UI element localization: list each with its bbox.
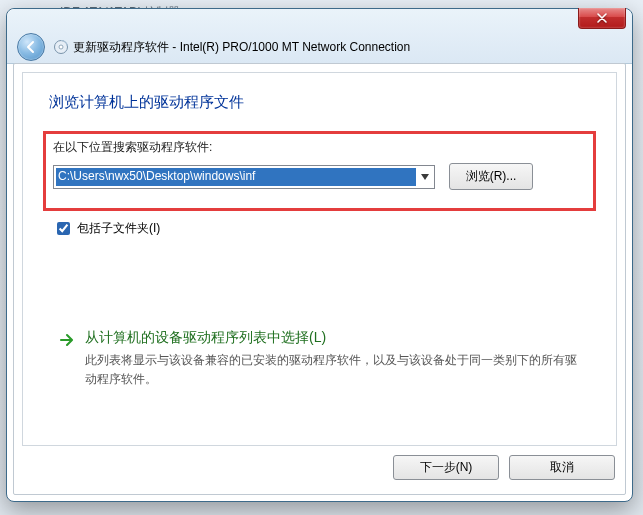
back-arrow-icon xyxy=(24,40,38,54)
window-close-button[interactable] xyxy=(578,8,626,29)
titlebar: 更新驱动程序软件 - Intel(R) PRO/1000 MT Network … xyxy=(7,9,632,64)
browse-button-label: 浏览(R)... xyxy=(466,168,517,185)
next-button-label: 下一步(N) xyxy=(420,459,473,476)
next-button[interactable]: 下一步(N) xyxy=(393,455,499,480)
browse-button[interactable]: 浏览(R)... xyxy=(449,163,533,190)
close-icon xyxy=(597,13,607,23)
cancel-button-label: 取消 xyxy=(550,459,574,476)
update-driver-dialog: 更新驱动程序软件 - Intel(R) PRO/1000 MT Network … xyxy=(6,8,633,502)
driver-cd-icon xyxy=(53,39,69,55)
pick-from-list-title: 从计算机的设备驱动程序列表中选择(L) xyxy=(85,329,586,347)
pick-from-list-desc: 此列表将显示与该设备兼容的已安装的驱动程序软件，以及与该设备处于同一类别下的所有… xyxy=(85,351,586,388)
include-subfolders-checkbox[interactable] xyxy=(57,222,70,235)
inner-frame: 浏览计算机上的驱动程序文件 在以下位置搜索驱动程序软件: C:\Users\nw… xyxy=(22,72,617,446)
pick-from-list-option[interactable]: 从计算机的设备驱动程序列表中选择(L) 此列表将显示与该设备兼容的已安装的驱动程… xyxy=(59,329,586,388)
search-location-label: 在以下位置搜索驱动程序软件: xyxy=(53,139,212,156)
content-area: 浏览计算机上的驱动程序文件 在以下位置搜索驱动程序软件: C:\Users\nw… xyxy=(13,63,626,495)
driver-path-combobox[interactable]: C:\Users\nwx50\Desktop\windows\inf xyxy=(53,165,435,189)
back-button[interactable] xyxy=(17,33,45,61)
page-heading: 浏览计算机上的驱动程序文件 xyxy=(49,93,244,112)
driver-path-value: C:\Users\nwx50\Desktop\windows\inf xyxy=(56,168,416,186)
cancel-button[interactable]: 取消 xyxy=(509,455,615,480)
dialog-footer: 下一步(N) 取消 xyxy=(24,450,615,484)
include-subfolders-label: 包括子文件夹(I) xyxy=(77,220,160,237)
svg-point-1 xyxy=(59,45,63,49)
dropdown-arrow-icon[interactable] xyxy=(416,166,434,188)
right-arrow-icon xyxy=(59,332,75,388)
window-title: 更新驱动程序软件 - Intel(R) PRO/1000 MT Network … xyxy=(73,39,410,56)
